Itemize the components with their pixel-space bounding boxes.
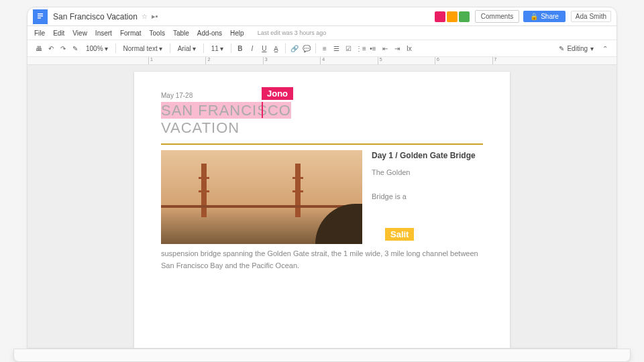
numlist-icon[interactable]: ⋮≡ [356, 44, 366, 53]
ruler-tick: 1 [148, 57, 205, 64]
menu-bar: File Edit View Insert Format Tools Table… [28, 26, 616, 40]
menu-edit[interactable]: Edit [53, 29, 64, 37]
paintformat-icon[interactable]: ✎ [70, 44, 80, 53]
ruler-tick: 5 [378, 57, 435, 64]
share-label: Share [541, 13, 559, 20]
pencil-icon: ✎ [559, 45, 564, 52]
ruler[interactable]: 1 2 3 4 5 6 7 [28, 57, 616, 65]
heading-line-2: VACATION [161, 119, 483, 137]
bold-icon[interactable]: B [235, 44, 245, 53]
svg-rect-0 [38, 13, 43, 15]
menu-tools[interactable]: Tools [150, 29, 165, 37]
date-text: May 17-28 [161, 92, 483, 99]
body-fragment: Bridge is a [372, 192, 483, 200]
document-title[interactable]: San Francisco Vacation [53, 12, 138, 21]
link-icon[interactable]: 🔗 [290, 44, 299, 53]
document-page[interactable]: May 17-28 Jono SAN FRANCISCO VACATION [134, 72, 510, 348]
collaborator-cursor-tag: Jono [262, 87, 293, 100]
ruler-tick: 2 [205, 57, 262, 64]
comments-button[interactable]: Comments [475, 10, 519, 23]
menu-format[interactable]: Format [120, 29, 142, 37]
day-heading: Day 1 / Golden Gate Bridge [372, 150, 483, 162]
collaborator-cursor-tag: Salit [385, 228, 414, 241]
title-bar: San Francisco Vacation ☆ ▸▪ Comments 🔒 S… [28, 7, 616, 26]
menu-table[interactable]: Table [173, 29, 189, 37]
undo-icon[interactable]: ↶ [46, 44, 56, 53]
list-icon[interactable]: ☑ [344, 44, 354, 53]
body-fragment: The Golden [372, 167, 483, 178]
text-color-icon[interactable]: A̲ [272, 44, 281, 53]
body-paragraph: suspension bridge spanning the Golden Ga… [161, 248, 483, 272]
svg-rect-1 [38, 15, 43, 17]
collaborator-avatars [435, 11, 470, 22]
outdent-icon[interactable]: ⇤ [380, 44, 390, 53]
ruler-tick: 6 [435, 57, 492, 64]
collaborator-cursor-jono [262, 102, 263, 118]
italic-icon[interactable]: I [248, 44, 257, 53]
svg-rect-2 [38, 17, 41, 19]
print-icon[interactable]: 🖶 [34, 44, 44, 53]
indent-icon[interactable]: ⇥ [392, 44, 402, 53]
docs-app-icon[interactable] [33, 9, 48, 24]
account-name[interactable]: Ada Smith [571, 11, 611, 22]
share-button[interactable]: 🔒 Share [523, 11, 566, 22]
menu-view[interactable]: View [72, 29, 87, 37]
paragraph-style-select[interactable]: Normal text ▾ [120, 43, 166, 54]
side-text-column: Day 1 / Golden Gate Bridge The Golden Sa… [372, 150, 483, 244]
zoom-select[interactable]: 100% ▾ [83, 43, 111, 54]
folder-icon[interactable]: ▸▪ [152, 12, 158, 21]
mode-select[interactable]: ✎ Editing ▾ [559, 45, 594, 52]
last-edit-text: Last edit was 3 hours ago [258, 29, 327, 36]
font-size-select[interactable]: 11 ▾ [208, 43, 227, 54]
star-icon[interactable]: ☆ [142, 13, 148, 20]
divider-line [161, 143, 483, 145]
ruler-tick: 7 [492, 57, 549, 64]
lock-icon: 🔒 [530, 13, 538, 20]
comment-icon[interactable]: 💬 [302, 44, 311, 53]
menu-addons[interactable]: Add-ons [197, 29, 222, 37]
chevron-up-icon[interactable]: ⌃ [600, 44, 610, 53]
ruler-tick: 3 [263, 57, 320, 64]
redo-icon[interactable]: ↷ [58, 44, 68, 53]
avatar[interactable] [459, 11, 470, 22]
menu-file[interactable]: File [34, 29, 45, 37]
toolbar: 🖶 ↶ ↷ ✎ 100% ▾ Normal text ▾ Arial ▾ 11 … [28, 40, 616, 57]
clear-icon[interactable]: Ix [405, 44, 414, 53]
align-icon[interactable]: ≡ [320, 44, 329, 53]
font-select[interactable]: Arial ▾ [174, 43, 199, 54]
heading-line-1: SAN FRANCISCO [161, 102, 483, 119]
ruler-tick: 4 [320, 57, 377, 64]
laptop-base [13, 349, 631, 362]
heading-block: Jono SAN FRANCISCO VACATION [161, 102, 483, 137]
avatar[interactable] [447, 11, 458, 22]
avatar[interactable] [435, 11, 445, 22]
menu-insert[interactable]: Insert [95, 29, 112, 37]
menu-help[interactable]: Help [230, 29, 244, 37]
bulletlist-icon[interactable]: •≡ [368, 44, 378, 53]
document-canvas: May 17-28 Jono SAN FRANCISCO VACATION [28, 65, 616, 348]
inline-image[interactable] [161, 150, 362, 244]
underline-icon[interactable]: U [260, 44, 269, 53]
linespacing-icon[interactable]: ☰ [332, 44, 341, 53]
